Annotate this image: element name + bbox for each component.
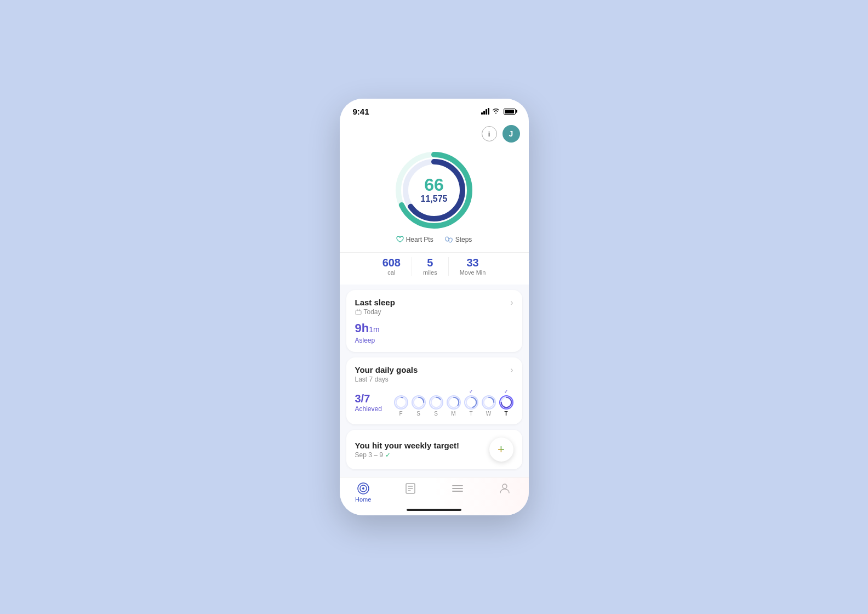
bottom-nav-wrapper: Home: [340, 477, 529, 515]
day-circle: [464, 395, 478, 410]
list-icon: [451, 482, 464, 495]
goals-card[interactable]: Your daily goals Last 7 days › 3/7 Achie…: [346, 357, 522, 424]
steps-value: 11,575: [421, 194, 448, 204]
app-header: i J: [340, 121, 529, 145]
day-col-w: W: [482, 389, 496, 417]
steps-label: Steps: [455, 236, 472, 243]
sleep-subtitle-icon: [355, 309, 362, 315]
day-label: T: [504, 411, 507, 417]
nav-home[interactable]: Home: [347, 482, 380, 503]
main-content: i J 66 11,575: [340, 121, 529, 477]
phone-frame: 9:41 i: [340, 99, 529, 515]
weekly-target-subtitle: Sep 3 – 9 ✓: [355, 451, 460, 459]
day-col-t: ✓T: [464, 389, 478, 417]
wifi-icon: [492, 107, 500, 116]
goals-title-group: Your daily goals Last 7 days: [355, 365, 418, 383]
day-label: T: [469, 411, 472, 417]
day-circle: [482, 395, 496, 410]
home-indicator: [407, 509, 461, 511]
nav-profile[interactable]: [488, 482, 521, 496]
nav-home-label: Home: [355, 496, 371, 503]
sleep-card[interactable]: Last sleep Today › 9h1m Asle: [346, 290, 522, 352]
goals-card-subtitle: Last 7 days: [355, 376, 418, 383]
cal-label: cal: [382, 269, 401, 276]
move-min-label: Move Min: [460, 269, 486, 276]
day-col-t: ✓T: [499, 389, 513, 417]
weekly-target-title: You hit your weekly target!: [355, 441, 460, 450]
stat-cal: 608 cal: [372, 257, 412, 276]
day-col-s: S: [429, 389, 443, 417]
check-icon: ✓: [385, 451, 391, 459]
bottom-nav: Home: [340, 477, 529, 515]
goals-achieved: 3/7 Achieved: [355, 393, 382, 413]
sleep-card-title: Last sleep: [355, 298, 395, 307]
ring-section: 66 11,575 Heart Pts Steps: [340, 145, 529, 252]
miles-value: 5: [423, 257, 437, 268]
day-col-s: S: [412, 389, 426, 417]
svg-rect-6: [356, 310, 361, 315]
home-icon: [357, 482, 370, 495]
nav-list[interactable]: [441, 482, 474, 496]
move-min-value: 33: [460, 257, 486, 268]
day-circles: FSSM✓TW✓T: [394, 389, 513, 417]
goals-fraction-label: Achieved: [355, 405, 382, 413]
activity-ring[interactable]: 66 11,575: [393, 149, 475, 231]
status-time: 9:41: [353, 107, 369, 116]
fab-button[interactable]: +: [489, 437, 513, 462]
day-label: W: [486, 411, 491, 417]
sleep-status-label: Asleep: [355, 337, 513, 344]
day-circle: [499, 395, 513, 410]
svg-point-9: [396, 397, 406, 408]
stat-move-min: 33 Move Min: [449, 257, 497, 276]
day-label: S: [434, 411, 438, 417]
weekly-target-card[interactable]: You hit your weekly target! Sep 3 – 9 ✓ …: [346, 430, 522, 469]
battery-icon: [504, 109, 516, 115]
day-circle: [429, 395, 443, 410]
signal-icon: [481, 108, 489, 115]
status-bar: 9:41: [340, 99, 529, 121]
cal-value: 608: [382, 257, 401, 268]
journal-icon: [404, 482, 417, 495]
goals-content: 3/7 Achieved FSSM✓TW✓T: [355, 389, 513, 417]
heart-pts-label: Heart Pts: [406, 236, 433, 243]
info-button[interactable]: i: [482, 126, 497, 141]
sleep-card-title-group: Last sleep Today: [355, 298, 395, 316]
day-check: ✓: [504, 389, 509, 394]
ring-text: 66 11,575: [421, 176, 448, 204]
profile-icon: [498, 482, 511, 495]
nav-journal[interactable]: [394, 482, 427, 496]
svg-point-33: [502, 484, 507, 488]
steps-legend: Steps: [444, 236, 472, 243]
day-label: F: [399, 411, 402, 417]
day-circle: [412, 395, 426, 410]
heart-pts-value: 66: [421, 176, 448, 194]
ring-legend: Heart Pts Steps: [396, 236, 472, 243]
day-col-m: M: [447, 389, 461, 417]
goals-fraction: 3/7: [355, 393, 382, 405]
goals-card-chevron: ›: [510, 365, 513, 375]
goals-card-header: Your daily goals Last 7 days ›: [355, 365, 513, 383]
stats-row: 608 cal 5 miles 33 Move Min: [340, 252, 529, 285]
weekly-target-text: You hit your weekly target! Sep 3 – 9 ✓: [355, 441, 460, 459]
day-check: ✓: [469, 389, 473, 394]
fab-plus-icon: +: [498, 444, 505, 456]
sleep-card-chevron: ›: [510, 298, 513, 308]
sleep-time-display: 9h1m: [355, 321, 380, 335]
stat-miles: 5 miles: [412, 257, 449, 276]
day-circle: [394, 395, 408, 410]
svg-point-25: [362, 487, 364, 490]
day-circle: [447, 395, 461, 410]
heart-pts-legend: Heart Pts: [396, 236, 433, 243]
avatar[interactable]: J: [502, 125, 520, 143]
miles-label: miles: [423, 269, 437, 276]
sleep-card-subtitle: Today: [355, 308, 395, 316]
day-label: S: [416, 411, 420, 417]
goals-card-title: Your daily goals: [355, 365, 418, 374]
day-col-f: F: [394, 389, 408, 417]
sleep-card-header: Last sleep Today ›: [355, 298, 513, 316]
day-label: M: [451, 411, 455, 417]
status-icons: [481, 107, 516, 116]
sleep-value: 9h1m Asleep: [355, 321, 513, 344]
